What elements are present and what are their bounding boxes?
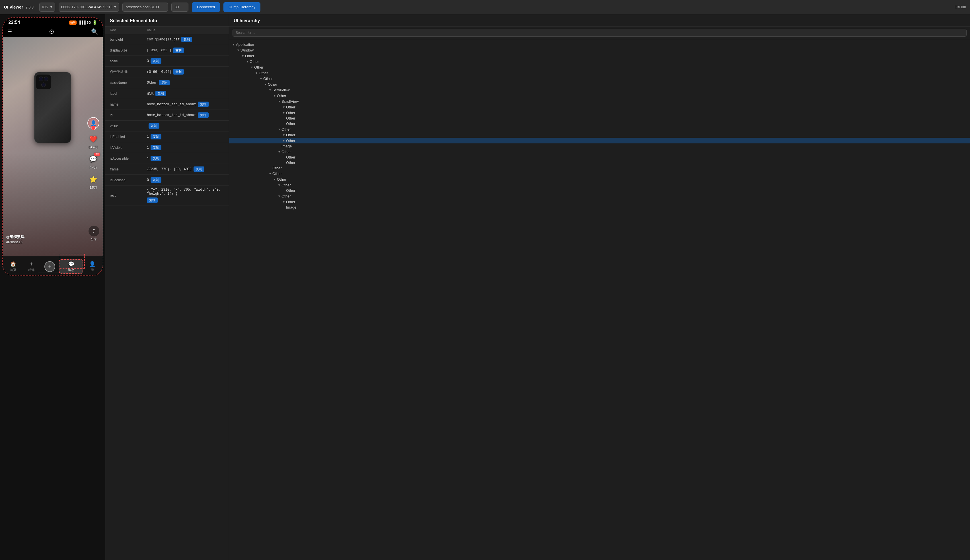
tree-node[interactable]: ▼Other: [229, 132, 970, 138]
copy-button[interactable]: 复制: [150, 145, 162, 150]
tree-expand-icon[interactable]: ▼: [282, 110, 286, 115]
tree-expand-icon[interactable]: ▼: [245, 59, 250, 64]
create-button[interactable]: +: [44, 261, 55, 272]
tree-node[interactable]: ▼Other: [229, 171, 970, 177]
tree-node[interactable]: ▼Window: [229, 47, 970, 53]
tree-node[interactable]: ▼Application: [229, 42, 970, 47]
info-value: 3复制: [147, 58, 224, 64]
copy-button[interactable]: 复制: [150, 156, 162, 161]
tab-create[interactable]: +: [41, 261, 59, 272]
tree-node[interactable]: Other: [229, 188, 970, 193]
tree-expand-icon[interactable]: ▼: [272, 93, 277, 98]
signal-bars-icon: ▐▐▐: [78, 20, 86, 25]
tree-expand-icon[interactable]: ▼: [250, 65, 254, 70]
tree-node[interactable]: ▼Other: [229, 138, 970, 143]
tab-featured[interactable]: ✦ 精选: [22, 261, 41, 272]
tree-node[interactable]: ▼Other: [229, 149, 970, 155]
tree-expand-icon[interactable]: ▼: [277, 149, 282, 154]
tree-expand-icon[interactable]: ▼: [240, 53, 245, 58]
tree-node[interactable]: ▼Other: [229, 199, 970, 205]
tree-node[interactable]: ▼Other: [229, 76, 970, 82]
copy-button[interactable]: 复制: [198, 102, 208, 107]
copy-button[interactable]: 复制: [155, 91, 166, 96]
copy-button[interactable]: 复制: [173, 69, 184, 75]
platform-select[interactable]: iOS ▼: [39, 3, 55, 12]
dump-hierarchy-button[interactable]: Dump Hierarchy: [223, 2, 260, 12]
info-value-text: 1: [147, 157, 149, 160]
tree-node[interactable]: ▼Other: [229, 53, 970, 58]
hierarchy-search-input[interactable]: [233, 29, 967, 37]
follow-plus-badge[interactable]: +: [91, 126, 96, 130]
copy-button[interactable]: 复制: [159, 80, 170, 85]
tree-expand-icon[interactable]: ▼: [277, 99, 282, 103]
tree-node-label: Other: [282, 127, 291, 132]
search-icon[interactable]: 🔍: [91, 28, 98, 35]
tree-node[interactable]: ▼Other: [229, 182, 970, 188]
tree-node[interactable]: ▼ScrollView: [229, 87, 970, 93]
tree-expand-icon[interactable]: ▼: [282, 200, 286, 204]
tree-node[interactable]: ▼Other: [229, 110, 970, 115]
tree-expand-icon[interactable]: ▼: [272, 177, 277, 182]
creator-avatar[interactable]: 👤 +: [87, 117, 99, 129]
tree-node-label: Other: [268, 82, 277, 87]
tree-node[interactable]: ▼Other: [229, 193, 970, 199]
collect-button[interactable]: ⭐ 3.5万: [88, 174, 99, 190]
tree-node[interactable]: ▼Other: [229, 177, 970, 182]
tree-expand-icon[interactable]: ▼: [232, 42, 236, 47]
tree-expand-icon[interactable]: ▼: [254, 70, 259, 75]
copy-button[interactable]: 复制: [193, 167, 204, 172]
tree-expand-icon[interactable]: ▼: [259, 76, 263, 81]
tree-node[interactable]: Other: [229, 115, 970, 121]
tree-node[interactable]: Other: [229, 121, 970, 126]
tab-messages[interactable]: 💬 消息: [59, 259, 83, 274]
tree-node[interactable]: Image: [229, 205, 970, 210]
tree-expand-icon[interactable]: ▼: [282, 138, 286, 143]
copy-button[interactable]: 复制: [150, 177, 162, 183]
copy-button[interactable]: 复制: [147, 197, 158, 203]
copy-button[interactable]: 复制: [198, 112, 208, 118]
tree-expand-icon[interactable]: ▼: [277, 127, 282, 132]
tree-expand-icon[interactable]: ▼: [277, 194, 282, 198]
tree-expand-icon[interactable]: ▼: [282, 105, 286, 109]
tree-node[interactable]: Other: [229, 160, 970, 165]
copy-button[interactable]: 复制: [150, 134, 162, 140]
connected-button[interactable]: Connected: [192, 2, 220, 12]
profile-icon[interactable]: ⊙: [49, 28, 54, 35]
info-key: 点击坐标 %: [110, 70, 147, 74]
copy-button[interactable]: 复制: [181, 37, 192, 42]
tab-home[interactable]: 🏠 首页: [4, 261, 22, 272]
tree-node[interactable]: Image: [229, 143, 970, 149]
tree-expand-icon[interactable]: ▼: [236, 48, 240, 52]
tree-expand-icon[interactable]: ▼: [268, 88, 272, 92]
tree-node[interactable]: ▼Other: [229, 93, 970, 98]
menu-icon[interactable]: ☰: [7, 28, 12, 35]
tree-node[interactable]: ▼Other: [229, 104, 970, 110]
copy-button[interactable]: 复制: [173, 48, 184, 53]
element-info-title: Selected Element Info: [105, 14, 229, 27]
tree-node[interactable]: ▼Other: [229, 58, 970, 64]
comment-button[interactable]: 💬 消息 6.4万: [88, 154, 99, 170]
copy-button[interactable]: 复制: [148, 123, 159, 128]
tree-node-label: Other: [277, 93, 286, 98]
share-button[interactable]: ⤴ 分享: [88, 226, 99, 241]
tree-node-label: ScrollView: [272, 88, 290, 92]
port-input[interactable]: [171, 3, 188, 12]
tree-node[interactable]: ▼Other: [229, 64, 970, 70]
tree-node[interactable]: Other: [229, 165, 970, 171]
tree-node[interactable]: ▼ScrollView: [229, 98, 970, 104]
url-input[interactable]: [122, 3, 168, 12]
like-button[interactable]: ❤️ 64.4万: [88, 134, 99, 149]
tree-expand-icon[interactable]: ▼: [282, 133, 286, 137]
tree-node-label: Other: [272, 172, 282, 176]
tree-node[interactable]: ▼Other: [229, 70, 970, 76]
copy-button[interactable]: 复制: [150, 58, 162, 64]
tree-node[interactable]: ▼Other: [229, 126, 970, 132]
tree-expand-icon[interactable]: ▼: [268, 171, 272, 176]
tree-node[interactable]: Other: [229, 155, 970, 160]
tab-profile[interactable]: 👤 我: [83, 261, 102, 272]
github-link[interactable]: GitHub: [955, 5, 966, 9]
tree-node[interactable]: ▼Other: [229, 82, 970, 87]
tree-expand-icon[interactable]: ▼: [263, 82, 268, 87]
device-id-select[interactable]: 00008120-001124EA1493C01E ▼: [58, 3, 119, 12]
tree-expand-icon[interactable]: ▼: [277, 183, 282, 187]
